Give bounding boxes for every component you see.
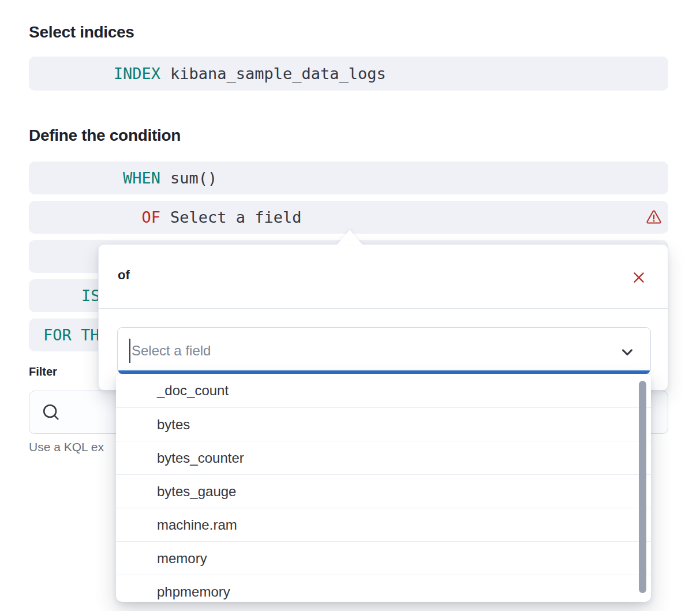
when-value: sum() — [170, 169, 217, 187]
text-caret — [129, 339, 130, 363]
rule-condition-screen: Select indices INDEX kibana_sample_data_… — [0, 0, 700, 611]
chevron-down-icon[interactable] — [619, 343, 636, 361]
of-popover: of Select a field — [98, 244, 668, 391]
scrollbar-thumb[interactable] — [639, 381, 646, 593]
option-phpmemory[interactable]: phpmemory — [116, 575, 651, 602]
option-bytes[interactable]: bytes — [116, 407, 651, 441]
warning-icon — [645, 209, 662, 226]
filter-label: Filter — [29, 365, 57, 378]
define-condition-heading: Define the condition — [29, 126, 181, 145]
search-icon — [40, 402, 62, 423]
option-bytes-gauge[interactable]: bytes_gauge — [116, 474, 651, 508]
when-keyword: WHEN — [29, 169, 160, 187]
index-expression[interactable]: INDEX kibana_sample_data_logs — [29, 57, 668, 91]
close-icon[interactable] — [631, 270, 646, 285]
kql-hint-text: Use a KQL ex — [29, 440, 104, 454]
popover-title: of — [118, 268, 130, 283]
index-keyword: INDEX — [29, 65, 160, 83]
option-doc-count[interactable]: _doc_count — [116, 374, 651, 407]
of-expression[interactable]: OF Select a field — [29, 201, 668, 234]
popover-divider — [99, 308, 668, 309]
option-machine-ram[interactable]: machine.ram — [116, 508, 651, 541]
field-options-list: _doc_count bytes bytes_counter bytes_gau… — [116, 374, 651, 602]
index-value: kibana_sample_data_logs — [170, 65, 386, 83]
option-bytes-counter[interactable]: bytes_counter — [116, 441, 651, 474]
when-expression[interactable]: WHEN sum() — [29, 162, 668, 194]
for-keyword: FOR TH — [29, 326, 100, 344]
is-keyword: IS — [29, 287, 100, 305]
option-memory[interactable]: memory — [116, 541, 651, 575]
of-value: Select a field — [170, 208, 302, 226]
popover-arrow — [336, 230, 363, 245]
field-combobox[interactable]: Select a field — [117, 327, 651, 374]
combobox-placeholder: Select a field — [132, 343, 211, 359]
of-keyword: OF — [29, 208, 160, 226]
select-indices-heading: Select indices — [29, 23, 134, 42]
